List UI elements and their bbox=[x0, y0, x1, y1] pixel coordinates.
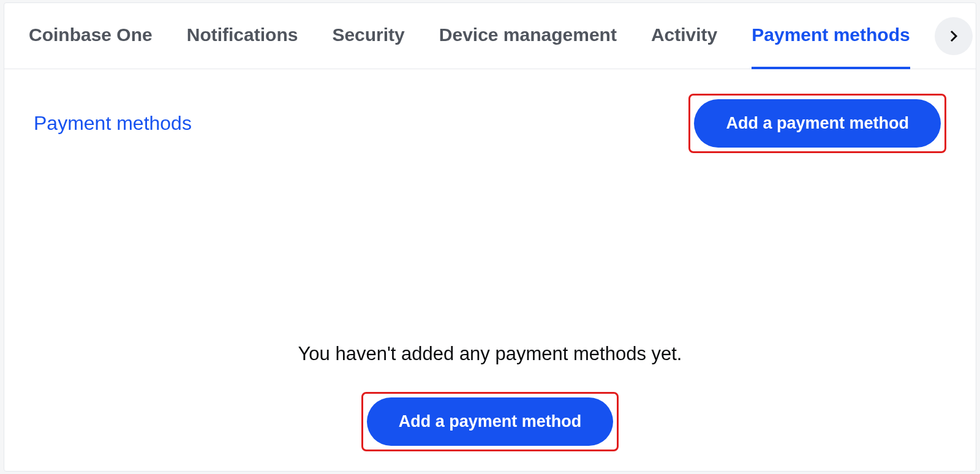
empty-state: You haven't added any payment methods ye… bbox=[4, 153, 976, 471]
tab-activity[interactable]: Activity bbox=[651, 4, 717, 69]
tab-label: Device management bbox=[439, 24, 617, 45]
chevron-right-icon bbox=[946, 29, 961, 43]
tab-label: Security bbox=[332, 24, 404, 45]
tab-label: Activity bbox=[651, 24, 717, 45]
annotation-highlight: Add a payment method bbox=[361, 392, 619, 451]
settings-tabs-bar: Coinbase One Notifications Security Devi… bbox=[4, 3, 976, 69]
section-title: Payment methods bbox=[34, 112, 192, 135]
annotation-highlight: Add a payment method bbox=[688, 94, 946, 153]
tab-device-management[interactable]: Device management bbox=[439, 4, 617, 69]
settings-page: Coinbase One Notifications Security Devi… bbox=[4, 2, 976, 472]
add-payment-method-button[interactable]: Add a payment method bbox=[694, 99, 941, 148]
tab-coinbase-one[interactable]: Coinbase One bbox=[29, 4, 153, 69]
tabs-list: Coinbase One Notifications Security Devi… bbox=[29, 3, 910, 69]
section-header: Payment methods Add a payment method bbox=[4, 69, 976, 153]
tab-label: Coinbase One bbox=[29, 24, 153, 45]
tab-label: Payment methods bbox=[752, 24, 910, 45]
tab-payment-methods[interactable]: Payment methods bbox=[752, 4, 910, 69]
empty-state-message: You haven't added any payment methods ye… bbox=[298, 343, 682, 365]
tab-notifications[interactable]: Notifications bbox=[187, 4, 298, 69]
tab-label: Notifications bbox=[187, 24, 298, 45]
add-payment-method-button-empty[interactable]: Add a payment method bbox=[367, 397, 614, 446]
tab-security[interactable]: Security bbox=[332, 4, 404, 69]
tabs-scroll-right-button[interactable] bbox=[935, 17, 973, 55]
